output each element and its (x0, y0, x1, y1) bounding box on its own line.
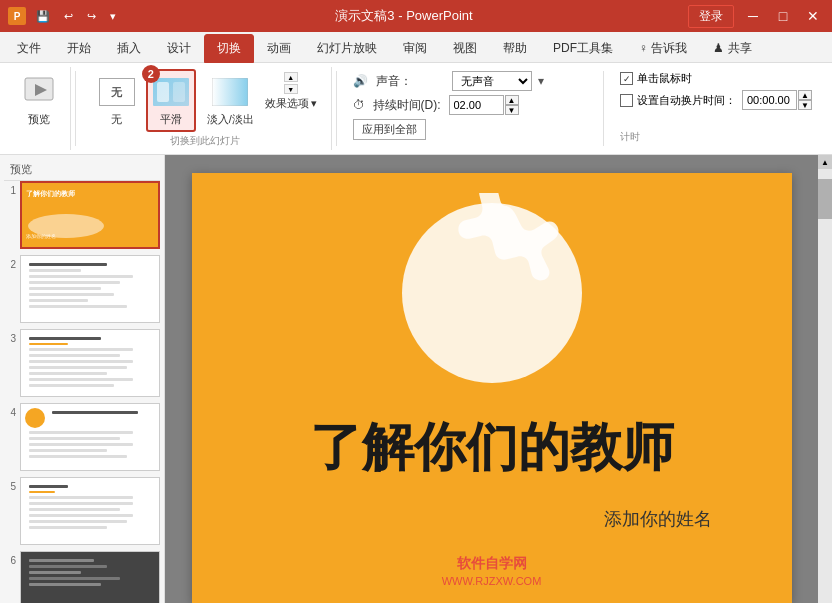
undo-button[interactable]: ↩ (60, 8, 77, 25)
auto-advance-up-button[interactable]: ▲ (798, 90, 812, 100)
slide-thumb-3[interactable]: 3 (4, 329, 160, 397)
auto-advance-down-button[interactable]: ▼ (798, 100, 812, 110)
customize-button[interactable]: ▾ (106, 8, 120, 25)
slide-subtitle: 添加你的姓名 (604, 507, 712, 531)
sound-settings: 🔊 声音： 无声音 ▾ ⏱ 持续时间(D): ▲ ▼ 应 (341, 67, 600, 150)
auto-advance-checkbox[interactable]: 设置自动换片时间： (620, 93, 736, 108)
scroll-thumb[interactable] (818, 179, 832, 219)
slide-watermark-url: WWW.RJZXW.COM (442, 575, 542, 587)
tab-pdf[interactable]: PDF工具集 (540, 34, 626, 62)
slide-watermark: 软件自学网 (457, 555, 527, 573)
ribbon: 文件 开始 插入 设计 切换 动画 幻灯片放映 审阅 视图 帮助 PDF工具集 … (0, 32, 832, 155)
scroll-track[interactable] (818, 169, 832, 603)
ribbon-content: 预览 无 无 2 (0, 63, 832, 154)
save-button[interactable]: 💾 (32, 8, 54, 25)
apply-all-button[interactable]: 应用到全部 (353, 119, 426, 140)
morph-transition-label: 平滑 (160, 112, 182, 127)
tab-file[interactable]: 文件 (4, 34, 54, 62)
slide-thumb-6[interactable]: 6 (4, 551, 160, 603)
title-bar: P 💾 ↩ ↪ ▾ 演示文稿3 - PowerPoint 登录 ─ □ ✕ (0, 0, 832, 32)
title-bar-right: 登录 ─ □ ✕ (688, 5, 824, 28)
auto-advance-check-icon (620, 94, 633, 107)
tab-review[interactable]: 审阅 (390, 34, 440, 62)
canvas-scrollbar[interactable]: ▲ ▼ (818, 155, 832, 603)
slide-panel[interactable]: 预览 1 了解你们的教师 添加你的姓名 2 (0, 155, 165, 603)
redo-button[interactable]: ↪ (83, 8, 100, 25)
tab-view[interactable]: 视图 (440, 34, 490, 62)
slide-canvas[interactable]: 了解你们的教师 添加你的姓名 软件自学网 WWW.RJZXW.COM (192, 173, 792, 603)
minimize-button[interactable]: ─ (742, 5, 764, 27)
duration-icon: ⏱ (353, 98, 365, 112)
slide-thumb-5[interactable]: 5 (4, 477, 160, 545)
duration-down-button[interactable]: ▼ (505, 105, 519, 115)
svg-point-7 (402, 203, 582, 383)
effects-down-arrow[interactable]: ▼ (284, 84, 298, 94)
duration-up-button[interactable]: ▲ (505, 95, 519, 105)
tab-share[interactable]: ♟ 共享 (700, 34, 764, 62)
main-area: 预览 1 了解你们的教师 添加你的姓名 2 (0, 155, 832, 603)
slide-num-3: 3 (4, 333, 16, 344)
svg-rect-4 (173, 82, 185, 102)
title-bar-left: P 💾 ↩ ↪ ▾ (8, 7, 120, 25)
timing-group-label: 计时 (620, 126, 640, 144)
slide-num-4: 4 (4, 407, 16, 418)
click-advance-check-icon (620, 72, 633, 85)
fade-transition-label: 淡入/淡出 (207, 112, 254, 127)
slide-thumb-1[interactable]: 1 了解你们的教师 添加你的姓名 (4, 181, 160, 249)
preview-label: 预览 (28, 112, 50, 127)
slide-thumbnail-4[interactable] (20, 403, 160, 471)
slide-thumbnail-1[interactable]: 了解你们的教师 添加你的姓名 (20, 181, 160, 249)
panel-label: 预览 (4, 159, 160, 181)
slide-thumbnail-2[interactable] (20, 255, 160, 323)
slide-thumb-2[interactable]: 2 (4, 255, 160, 323)
close-button[interactable]: ✕ (802, 5, 824, 27)
slide-thumb-4[interactable]: 4 (4, 403, 160, 471)
tab-tell-me[interactable]: ♀ 告诉我 (626, 34, 700, 62)
preview-icon (21, 74, 57, 110)
preview-group: 预览 (8, 67, 71, 150)
sound-dropdown-arrow[interactable]: ▾ (538, 74, 544, 88)
duration-input[interactable] (449, 95, 504, 115)
tab-home[interactable]: 开始 (54, 34, 104, 62)
powerpoint-icon: P (8, 7, 26, 25)
login-button[interactable]: 登录 (688, 5, 734, 28)
slide-num-1: 1 (4, 185, 16, 196)
tab-slideshow[interactable]: 幻灯片放映 (304, 34, 390, 62)
fade-transition-button[interactable]: 淡入/淡出 (202, 71, 259, 130)
slide-thumbnail-5[interactable] (20, 477, 160, 545)
divider-3 (603, 71, 604, 146)
effects-up-arrow[interactable]: ▲ (284, 72, 298, 82)
preview-button[interactable]: 预览 (16, 71, 62, 130)
app-title: 演示文稿3 - PowerPoint (335, 7, 472, 25)
slide-num-2: 2 (4, 259, 16, 270)
thumb1-title: 了解你们的教师 (26, 189, 75, 199)
tab-help[interactable]: 帮助 (490, 34, 540, 62)
tab-transition[interactable]: 切换 (204, 34, 254, 63)
restore-button[interactable]: □ (772, 5, 794, 27)
tab-design[interactable]: 设计 (154, 34, 204, 62)
morph-transition-button[interactable]: 2 (146, 69, 196, 132)
svg-rect-5 (212, 78, 248, 106)
slide-thumbnail-6[interactable] (20, 551, 160, 603)
starburst-shape (382, 193, 602, 413)
slide-num-6: 6 (4, 555, 16, 566)
tab-insert[interactable]: 插入 (104, 34, 154, 62)
slide-main-title: 了解你们的教师 (192, 413, 792, 483)
scroll-up-button[interactable]: ▲ (818, 155, 832, 169)
slide-thumbnail-3[interactable] (20, 329, 160, 397)
effects-options-button[interactable]: 效果选项▾ (265, 96, 317, 113)
click-advance-checkbox[interactable]: 单击鼠标时 (620, 71, 692, 86)
sound-select[interactable]: 无声音 (452, 71, 532, 91)
no-transition-button[interactable]: 无 无 (94, 71, 140, 130)
slide-num-5: 5 (4, 481, 16, 492)
duration-label: 持续时间(D): (373, 97, 443, 114)
ribbon-tabs: 文件 开始 插入 设计 切换 动画 幻灯片放映 审阅 视图 帮助 PDF工具集 … (0, 32, 832, 63)
divider-1 (75, 71, 76, 146)
transition-badge-2: 2 (142, 65, 160, 83)
transitions-group: 无 无 2 (80, 67, 332, 150)
tab-animation[interactable]: 动画 (254, 34, 304, 62)
auto-advance-input[interactable] (742, 90, 797, 110)
divider-2 (336, 71, 337, 146)
transition-group-label: 切换到此幻灯片 (170, 134, 240, 148)
effects-dropdown: ▲ ▼ 效果选项▾ (265, 72, 317, 129)
